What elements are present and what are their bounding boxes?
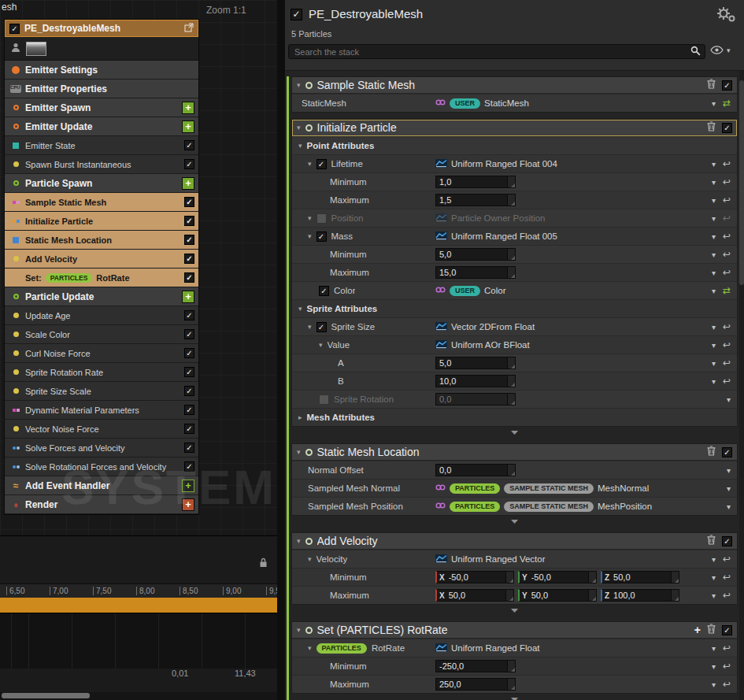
- value-spinner[interactable]: [588, 572, 596, 583]
- value-spinner[interactable]: [507, 465, 515, 476]
- emitter-item-initialize-particle[interactable]: Initialize Particle✓: [5, 212, 198, 231]
- vector-z-field[interactable]: [612, 572, 671, 583]
- value-dropdown-icon[interactable]: ▾: [727, 466, 731, 475]
- emitter-item-set-rotrate[interactable]: Set:PARTICLESRotRate✓: [5, 269, 198, 287]
- value-spinner[interactable]: [507, 176, 515, 187]
- emitter-item-emitter-properties[interactable]: CPUEmitter Properties: [5, 80, 198, 98]
- reset-to-default-icon[interactable]: ↩: [723, 322, 731, 331]
- enabled-checkbox[interactable]: ✓: [316, 322, 327, 332]
- open-emitter-icon[interactable]: [184, 21, 194, 35]
- timeline-track-area[interactable]: [0, 613, 277, 669]
- linked-value-name[interactable]: StaticMesh: [484, 98, 529, 108]
- timeline-ruler[interactable]: 6,507,007,508,008,509,009,50: [0, 583, 277, 598]
- emitter-node[interactable]: ✓ PE_DestroyableMesh Emitter SettingsCPU…: [4, 19, 199, 515]
- value-dropdown-icon[interactable]: ▾: [727, 484, 731, 493]
- timeline-horizontal-scrollbar[interactable]: [0, 692, 277, 700]
- emitter-item-update-age[interactable]: Update Age✓: [5, 306, 198, 325]
- add-module-button[interactable]: +: [182, 120, 194, 133]
- number-input-field[interactable]: [436, 194, 507, 206]
- dynamic-input-name[interactable]: Particle Owner Position: [451, 213, 546, 223]
- value-spinner[interactable]: [507, 679, 515, 690]
- add-module-button[interactable]: +: [182, 480, 194, 492]
- module-enabled-checkbox[interactable]: ✓: [184, 272, 194, 283]
- show-advanced-chevron[interactable]: ▾: [291, 516, 738, 526]
- vector-y-field[interactable]: [530, 572, 588, 583]
- value-dropdown-icon[interactable]: ▾: [712, 232, 716, 241]
- emitter-item-particle-update[interactable]: Particle Update+: [5, 287, 198, 306]
- delete-module-icon[interactable]: [707, 120, 716, 135]
- emitter-item-add-event-handler[interactable]: ≈Add Event Handler+: [5, 476, 198, 495]
- value-spinner[interactable]: [507, 357, 515, 369]
- value-spinner[interactable]: [507, 267, 515, 278]
- reset-to-default-icon[interactable]: ↩: [723, 591, 731, 600]
- value-dropdown-icon[interactable]: ▾: [712, 555, 716, 564]
- module-enabled-checkbox[interactable]: ✓: [184, 461, 194, 472]
- emitter-item-spawn-burst-instantaneous[interactable]: Spawn Burst Instantaneous✓: [5, 155, 198, 174]
- module-enabled-checkbox[interactable]: ✓: [184, 424, 194, 434]
- module-header-initialize-particle[interactable]: ▾Initialize Particle✓: [292, 120, 737, 136]
- scrollbar-thumb[interactable]: [739, 80, 744, 285]
- lock-icon[interactable]: [259, 557, 268, 571]
- expander-icon[interactable]: ▾: [298, 142, 302, 150]
- value-dropdown-icon[interactable]: ▾: [727, 502, 731, 511]
- vector-z-field[interactable]: [612, 590, 671, 601]
- number-input-field[interactable]: [436, 394, 507, 405]
- value-dropdown-icon[interactable]: ▾: [712, 178, 716, 187]
- module-enabled-checkbox[interactable]: ✓: [184, 443, 194, 453]
- value-dropdown-icon[interactable]: ▾: [712, 680, 716, 689]
- reset-to-default-icon[interactable]: ↩: [723, 159, 731, 169]
- emitter-item-sprite-size-scale[interactable]: Sprite Size Scale✓: [5, 382, 198, 401]
- timeline-range-bar[interactable]: [0, 598, 277, 613]
- module-enabled-checkbox[interactable]: ✓: [184, 329, 194, 339]
- show-advanced-chevron[interactable]: ▾: [291, 427, 738, 437]
- value-dropdown-icon[interactable]: ▾: [712, 591, 716, 600]
- value-dropdown-icon[interactable]: ▾: [712, 196, 716, 205]
- delete-module-icon[interactable]: [707, 445, 716, 459]
- enabled-checkbox[interactable]: ✓: [316, 231, 327, 242]
- expander-icon[interactable]: ▾: [319, 341, 323, 349]
- emitter-item-emitter-update[interactable]: Emitter Update+: [5, 117, 198, 136]
- value-dropdown-icon[interactable]: ▾: [712, 269, 716, 277]
- read-write-icon[interactable]: ⇄: [723, 98, 731, 108]
- module-expander-icon[interactable]: ▾: [297, 626, 301, 634]
- reset-to-default-icon[interactable]: ↩: [723, 213, 731, 223]
- module-enabled-checkbox[interactable]: ✓: [184, 310, 194, 320]
- expander-icon[interactable]: ▾: [298, 305, 302, 313]
- reset-to-default-icon[interactable]: ↩: [723, 376, 731, 386]
- reset-to-default-icon[interactable]: ↩: [723, 231, 731, 241]
- module-enabled-checkbox[interactable]: ✓: [184, 197, 194, 207]
- value-dropdown-icon[interactable]: ▾: [712, 323, 716, 331]
- linked-value-name[interactable]: Color: [484, 286, 505, 295]
- module-enabled-checkbox[interactable]: ✓: [722, 625, 732, 635]
- module-header-add-velocity[interactable]: ▾Add Velocity✓: [292, 533, 737, 550]
- emitter-item-dynamic-material-parameters[interactable]: Dynamic Material Parameters✓: [5, 401, 198, 420]
- number-input-field[interactable]: [436, 661, 507, 672]
- show-advanced-chevron[interactable]: ▾: [291, 605, 738, 615]
- reset-to-default-icon[interactable]: ↩: [723, 680, 731, 689]
- add-parameter-button[interactable]: +: [694, 624, 701, 635]
- module-expander-icon[interactable]: ▾: [297, 448, 301, 456]
- emitter-item-sprite-rotation-rate[interactable]: Sprite Rotation Rate✓: [5, 363, 198, 382]
- module-enabled-checkbox[interactable]: ✓: [722, 536, 732, 546]
- module-enabled-checkbox[interactable]: ✓: [184, 386, 194, 396]
- disabled-checkbox[interactable]: [316, 213, 327, 224]
- module-enabled-checkbox[interactable]: ✓: [184, 159, 194, 169]
- dynamic-input-name[interactable]: Vector 2DFrom Float: [451, 322, 535, 331]
- module-enabled-checkbox[interactable]: ✓: [184, 140, 194, 150]
- add-module-button[interactable]: +: [182, 498, 194, 511]
- value-dropdown-icon[interactable]: ▾: [712, 573, 716, 582]
- expander-icon[interactable]: ▾: [308, 555, 312, 563]
- dynamic-input-name[interactable]: Uniform Ranged Float 005: [451, 231, 557, 241]
- enabled-checkbox[interactable]: ✓: [316, 159, 327, 169]
- module-enabled-checkbox[interactable]: ✓: [184, 235, 194, 245]
- expander-icon[interactable]: ▾: [308, 644, 312, 652]
- reset-to-default-icon[interactable]: ↩: [723, 358, 731, 368]
- dynamic-input-name[interactable]: Uniform Ranged Float 004: [451, 159, 557, 169]
- number-input-field[interactable]: [436, 679, 507, 690]
- module-header-set-particles-rotrate[interactable]: ▾Set (PARTICLES) RotRate+✓: [292, 622, 737, 639]
- emitter-item-solve-forces-and-velocity[interactable]: Solve Forces and Velocity✓: [5, 439, 198, 457]
- value-dropdown-icon[interactable]: ▾: [712, 287, 716, 295]
- reset-to-default-icon[interactable]: ↩: [723, 643, 731, 653]
- add-module-button[interactable]: +: [182, 177, 194, 190]
- expander-icon[interactable]: ▾: [308, 160, 312, 168]
